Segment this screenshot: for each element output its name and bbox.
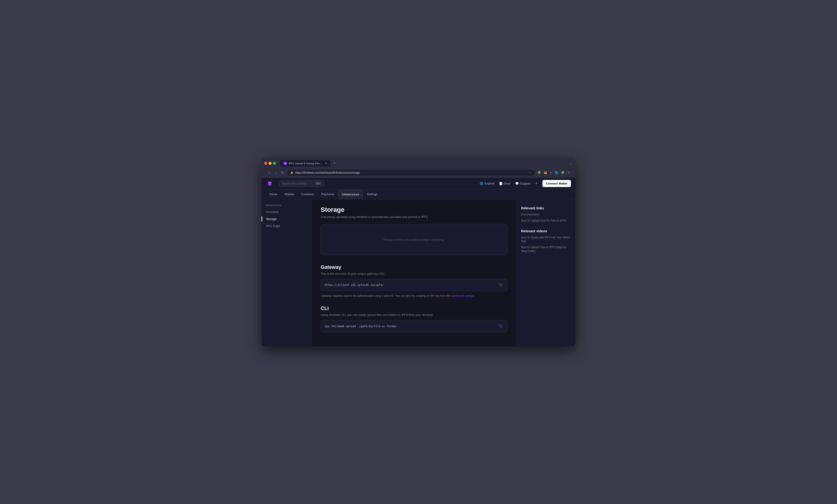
minimize-traffic-light[interactable] (269, 162, 271, 165)
app-header: Search any contract ⌘K 🌐 Explore 📄 Docs … (262, 178, 575, 190)
right-panel: Relevant links Documentation How To Uplo… (516, 199, 575, 346)
support-label: Support (520, 182, 530, 185)
gateway-desc-before: Gateway requests need to be authenticate… (321, 294, 451, 297)
relevant-links-title: Relevant links (521, 206, 571, 210)
shield-icon: 🔒 (290, 171, 293, 174)
nav-payments-label: Payments (321, 192, 334, 196)
tab-overflow-icon[interactable]: ⌄ (570, 161, 573, 165)
refresh-button[interactable]: ↻ (280, 170, 285, 175)
cli-section: CLI Using thirdweb CLI, you can easily u… (321, 305, 507, 332)
maximize-traffic-light[interactable] (273, 162, 276, 165)
browser-nav-buttons: ‹ › ↻ (267, 170, 285, 175)
tab-favicon: W (284, 162, 287, 165)
support-link[interactable]: 💬 Support (515, 182, 530, 185)
sidebar: Infrastructure Overview Storage RPC Edge (262, 199, 311, 346)
support-icon: 💬 (515, 182, 519, 185)
sidebar-item-storage[interactable]: Storage (262, 216, 311, 222)
upload-placeholder-text: Please connect your wallet to begin uplo… (384, 238, 444, 241)
relevant-links-section: Relevant links Documentation How To Uplo… (521, 206, 571, 223)
nav-infrastructure-label: Infrastructure (342, 193, 359, 196)
cli-title: CLI (321, 305, 507, 311)
page-title: Storage (321, 206, 507, 213)
relevant-videos-title: Relevant videos (521, 229, 571, 233)
explore-link[interactable]: 🌐 Explore (480, 182, 495, 185)
upload-pin-files-link[interactable]: How To Upload And Pin Files to IPFS (521, 219, 571, 223)
nav-contracts-label: Contracts (301, 192, 314, 196)
search-bar[interactable]: Search any contract ⌘K (279, 181, 324, 187)
sidebar-item-overview[interactable]: Overview (262, 208, 311, 216)
gateway-title: Gateway (321, 264, 507, 270)
doc-icon: 📄 (499, 182, 503, 185)
docs-link[interactable]: 📄 Docs (499, 182, 511, 185)
explore-label: Explore (484, 182, 495, 185)
gateway-url-text: https://{client-id}.ipfscdn.io/ipfs/ (324, 283, 384, 286)
relevant-videos-section: Relevant videos How To Easily Add IPFS I… (521, 229, 571, 253)
cli-description: Using thirdweb CLI, you can easily uploa… (321, 313, 507, 317)
browser-chrome: W IPFS Upload & Pinning Service | ✕ + ⌄ … (262, 158, 575, 178)
search-placeholder: Search any contract (282, 182, 306, 185)
earth-icon[interactable]: 🌐 (554, 171, 558, 174)
nav-home-label: Home (269, 192, 277, 196)
page-subtitle: Everything uploaded using thirdweb is au… (321, 215, 507, 219)
svg-rect-2 (500, 325, 502, 328)
main-layout: Infrastructure Overview Storage RPC Edge… (262, 199, 575, 346)
documentation-link[interactable]: Documentation (521, 213, 571, 217)
address-bar-security-icons: 🔒 (290, 171, 293, 174)
nav-settings-label: Settings (367, 192, 377, 196)
browser-right-icons: 🧩 🦊 ● 🌐 🧩 ☰ (537, 171, 570, 174)
gateway-description: This is the structure of your unique gat… (321, 272, 507, 275)
profile-icon[interactable]: 🦊 (544, 171, 547, 174)
logo[interactable] (266, 180, 273, 187)
theme-toggle-icon[interactable]: ✦ (535, 181, 538, 186)
address-url-text: https://thirdweb.com/dashboard/infrastru… (295, 171, 527, 174)
new-tab-button[interactable]: + (332, 160, 338, 167)
gateway-desc-after: . (474, 294, 475, 297)
sidebar-overview-label: Overview (266, 210, 279, 213)
extensions-icon[interactable]: 🧩 (537, 171, 541, 174)
star-icon[interactable]: ☆ (529, 171, 532, 174)
browser-titlebar: W IPFS Upload & Pinning Service | ✕ + ⌄ (264, 160, 573, 167)
gateway-url-box: https://{client-id}.ipfscdn.io/ipfs/ (321, 279, 507, 291)
sidebar-rpc-edge-label: RPC Edge (266, 224, 280, 228)
traffic-lights (264, 162, 276, 165)
sidebar-item-rpc-edge[interactable]: RPC Edge (262, 222, 311, 229)
address-bar[interactable]: 🔒 https://thirdweb.com/dashboard/infrast… (287, 170, 535, 176)
cli-command-box: npx thirdweb upload ./path/to/file-or-fo… (321, 320, 507, 332)
tab-title: IPFS Upload & Pinning Service | (289, 162, 323, 165)
gateway-copy-button[interactable] (498, 282, 503, 288)
browser-addressbar: ‹ › ↻ 🔒 https://thirdweb.com/dashboard/i… (264, 168, 573, 178)
tab-close-icon[interactable]: ✕ (324, 162, 327, 165)
upload-files-ipfs-video-link[interactable]: How to Upload Files to IPFS (Step by Ste… (521, 245, 571, 253)
main-content: Storage Everything uploaded using thirdw… (311, 199, 516, 346)
nav-item-wallets[interactable]: Wallets (281, 190, 297, 199)
forward-button[interactable]: › (273, 170, 279, 175)
nav-item-payments[interactable]: Payments (318, 190, 338, 199)
docs-label: Docs (504, 182, 511, 185)
connect-wallet-button[interactable]: Connect Wallet (542, 180, 571, 187)
close-traffic-light[interactable] (264, 162, 267, 165)
menu-icon[interactable]: ☰ (567, 171, 570, 174)
nav-wallets-label: Wallets (285, 192, 294, 196)
app-nav: Home Wallets Contracts Payments Infrastr… (262, 190, 575, 199)
gateway-auth-description: Gateway requests need to be authenticate… (321, 294, 507, 298)
puzzle-icon[interactable]: 🧩 (561, 171, 565, 174)
wallet-ext-icon[interactable]: ● (550, 171, 552, 174)
active-tab[interactable]: W IPFS Upload & Pinning Service | ✕ (281, 160, 331, 167)
cli-copy-button[interactable] (498, 323, 503, 329)
nav-item-infrastructure[interactable]: Infrastructure (338, 190, 363, 199)
browser-window: W IPFS Upload & Pinning Service | ✕ + ⌄ … (262, 158, 575, 346)
globe-icon: 🌐 (480, 182, 483, 185)
nav-item-contracts[interactable]: Contracts (298, 190, 317, 199)
add-ipfs-web3-video-link[interactable]: How To Easily Add IPFS Into Your Web3 Ap… (521, 236, 571, 243)
sidebar-section-title: Infrastructure (262, 204, 311, 208)
nav-item-home[interactable]: Home (266, 190, 281, 199)
nav-item-settings[interactable]: Settings (364, 190, 381, 199)
back-button[interactable]: ‹ (267, 170, 272, 175)
gateway-section: Gateway This is the structure of your un… (321, 264, 507, 298)
upload-box[interactable]: Please connect your wallet to begin uplo… (321, 224, 507, 255)
sidebar-storage-label: Storage (266, 217, 277, 221)
browser-tabs: W IPFS Upload & Pinning Service | ✕ + (281, 160, 568, 167)
search-shortcut: ⌘K (315, 182, 321, 185)
dashboard-settings-link[interactable]: dashboard settings (451, 294, 474, 297)
svg-rect-1 (500, 284, 502, 286)
